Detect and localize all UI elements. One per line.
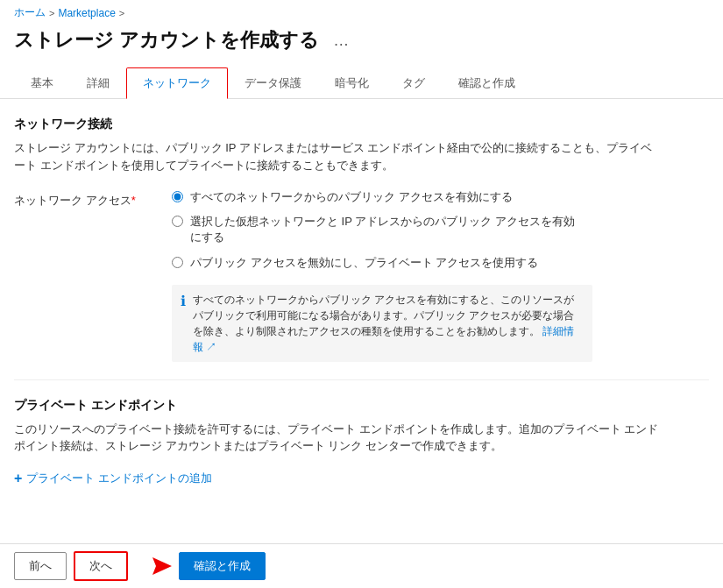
network-access-row: ネットワーク アクセス* すべてのネットワークからのパブリック アクセスを有効に…: [14, 189, 709, 362]
breadcrumb: ホーム > Marketplace >: [0, 0, 723, 24]
info-box: ℹ すべてのネットワークからパブリック アクセスを有効にすると、このリソースがパ…: [172, 285, 592, 362]
breadcrumb-marketplace[interactable]: Marketplace: [58, 7, 115, 19]
required-indicator: *: [131, 194, 136, 207]
next-button[interactable]: 次へ: [74, 551, 128, 581]
info-icon: ℹ: [181, 293, 186, 309]
radio-disable-public-label: パブリック アクセスを無効にし、プライベート アクセスを使用する: [190, 255, 538, 271]
page-title: ストレージ アカウントを作成する: [14, 27, 319, 53]
tab-review[interactable]: 確認と作成: [442, 67, 532, 99]
add-private-endpoint-label: プライベート エンドポイントの追加: [26, 471, 212, 486]
radio-selected-networks[interactable]: 選択した仮想ネットワークと IP アドレスからのパブリック アクセスを有効にする: [172, 214, 709, 245]
radio-selected-networks-input[interactable]: [172, 216, 183, 227]
section-divider: [14, 379, 709, 380]
network-access-label: ネットワーク アクセス*: [14, 189, 172, 362]
add-plus-icon: +: [14, 471, 22, 486]
breadcrumb-sep2: >: [119, 8, 124, 18]
radio-selected-networks-label: 選択した仮想ネットワークと IP アドレスからのパブリック アクセスを有効にする: [190, 214, 575, 245]
tab-advanced[interactable]: 詳細: [70, 67, 126, 99]
external-link-icon: ↗: [206, 341, 216, 353]
more-options-button[interactable]: …: [328, 30, 354, 52]
radio-disable-public-input[interactable]: [172, 257, 183, 268]
prev-button[interactable]: 前へ: [14, 552, 67, 580]
breadcrumb-sep1: >: [49, 8, 54, 18]
svg-marker-0: [137, 557, 172, 575]
private-endpoint-desc: このリソースへのプライベート接続を許可するには、プライベート エンドポイントを作…: [14, 421, 663, 455]
tabs-bar: 基本 詳細 ネットワーク データ保護 暗号化 タグ 確認と作成: [0, 67, 723, 99]
network-section: ネットワーク接続 ストレージ アカウントには、パブリック IP アドレスまたはサ…: [14, 117, 709, 362]
tab-encryption[interactable]: 暗号化: [318, 67, 386, 99]
tab-networking[interactable]: ネットワーク: [126, 67, 228, 99]
tab-basics[interactable]: 基本: [14, 67, 70, 99]
arrow-annotation: [137, 556, 172, 577]
tab-data-protection[interactable]: データ保護: [228, 67, 318, 99]
private-endpoint-title: プライベート エンドポイント: [14, 398, 709, 414]
page-title-row: ストレージ アカウントを作成する …: [0, 24, 723, 67]
radio-disable-public[interactable]: パブリック アクセスを無効にし、プライベート アクセスを使用する: [172, 255, 709, 271]
network-section-title: ネットワーク接続: [14, 117, 709, 132]
tab-tags[interactable]: タグ: [386, 67, 442, 99]
network-access-radio-group: すべてのネットワークからのパブリック アクセスを有効にする 選択した仮想ネットワ…: [172, 189, 709, 362]
radio-all-networks-label: すべてのネットワークからのパブリック アクセスを有効にする: [190, 189, 513, 205]
private-endpoint-section: プライベート エンドポイント このリソースへのプライベート接続を許可するには、プ…: [14, 398, 709, 486]
add-private-endpoint-link[interactable]: + プライベート エンドポイントの追加: [14, 471, 212, 486]
review-create-button[interactable]: 確認と作成: [179, 552, 266, 580]
radio-all-networks[interactable]: すべてのネットワークからのパブリック アクセスを有効にする: [172, 189, 709, 205]
radio-all-networks-input[interactable]: [172, 191, 183, 202]
footer-bar: 前へ 次へ 確認と作成: [0, 543, 723, 588]
radio-group-container: すべてのネットワークからのパブリック アクセスを有効にする 選択した仮想ネットワ…: [172, 189, 709, 362]
breadcrumb-home[interactable]: ホーム: [14, 5, 46, 20]
main-content: ネットワーク接続 ストレージ アカウントには、パブリック IP アドレスまたはサ…: [0, 99, 723, 518]
info-box-text: すべてのネットワークからパブリック アクセスを有効にすると、このリソースがパブリ…: [193, 292, 584, 355]
network-section-desc: ストレージ アカウントには、パブリック IP アドレスまたはサービス エンドポイ…: [14, 139, 663, 174]
arrow-icon: [137, 556, 172, 577]
